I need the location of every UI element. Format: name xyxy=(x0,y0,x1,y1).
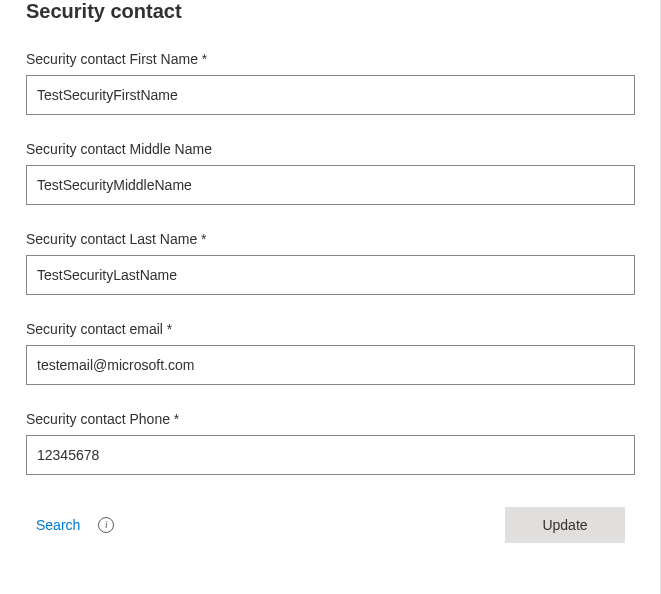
email-label: Security contact email xyxy=(26,321,635,337)
phone-input[interactable] xyxy=(26,435,635,475)
update-button[interactable]: Update xyxy=(505,507,625,543)
first-name-label: Security contact First Name xyxy=(26,51,635,67)
footer-bar: Search i Update xyxy=(26,501,635,543)
field-group-phone: Security contact Phone xyxy=(26,411,635,475)
field-group-last-name: Security contact Last Name xyxy=(26,231,635,295)
first-name-input[interactable] xyxy=(26,75,635,115)
middle-name-label: Security contact Middle Name xyxy=(26,141,635,157)
field-group-middle-name: Security contact Middle Name xyxy=(26,141,635,205)
email-input[interactable] xyxy=(26,345,635,385)
last-name-label: Security contact Last Name xyxy=(26,231,635,247)
field-group-email: Security contact email xyxy=(26,321,635,385)
middle-name-input[interactable] xyxy=(26,165,635,205)
phone-label: Security contact Phone xyxy=(26,411,635,427)
field-group-first-name: Security contact First Name xyxy=(26,51,635,115)
footer-left: Search i xyxy=(36,517,114,533)
info-icon: i xyxy=(98,517,114,533)
section-title: Security contact xyxy=(26,0,635,23)
search-link[interactable]: Search xyxy=(36,517,80,533)
last-name-input[interactable] xyxy=(26,255,635,295)
